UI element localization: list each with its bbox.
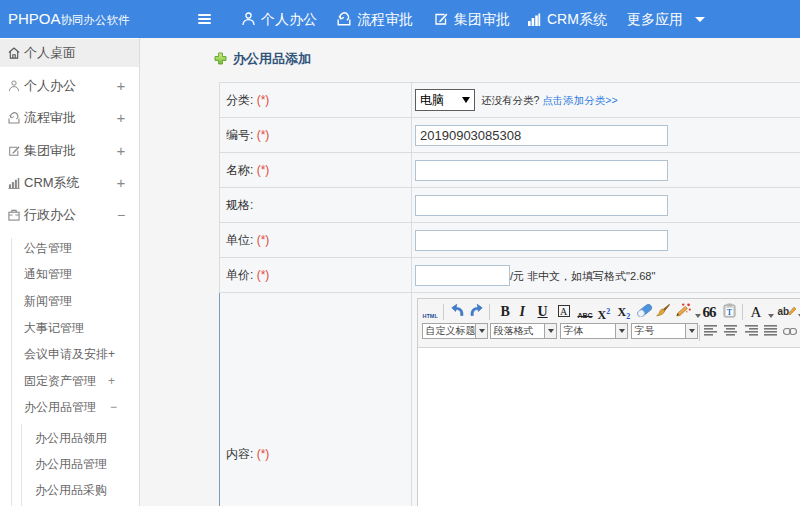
svg-text:T: T <box>726 307 732 316</box>
